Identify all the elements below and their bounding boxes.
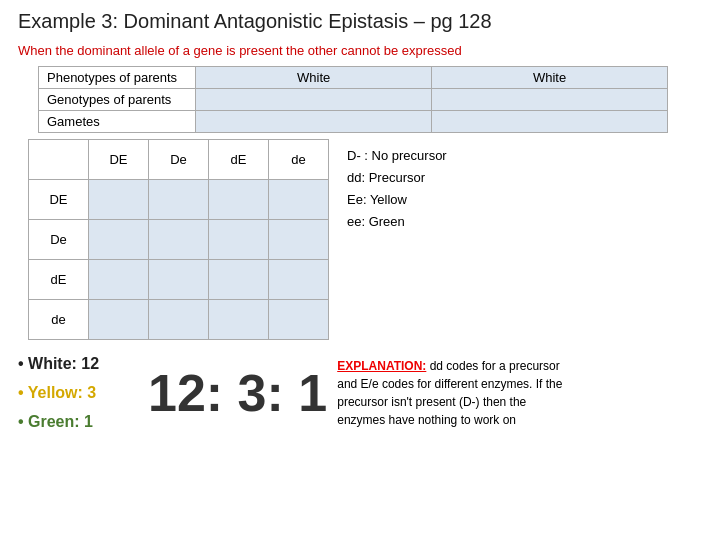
bullet-yellow: • Yellow: 3 — [18, 379, 138, 408]
explanation-label: EXPLANATION: — [337, 359, 426, 373]
punnett-col-header-1: DE — [89, 140, 149, 180]
punnett-table: DE De dE de DE De dE de — [28, 139, 329, 340]
bullet-white: • White: 12 — [18, 350, 138, 379]
punnett-cell — [269, 260, 329, 300]
punnett-row-header-4: de — [29, 300, 89, 340]
gametes-col1 — [196, 111, 432, 133]
table-row: Gametes — [39, 111, 668, 133]
ratio-display: 12: 3: 1 — [148, 363, 327, 423]
punnett-cell — [149, 300, 209, 340]
punnett-cell — [149, 260, 209, 300]
legend-line-1: D- : No precursor — [347, 145, 447, 167]
punnett-cell — [209, 220, 269, 260]
punnett-cell — [89, 180, 149, 220]
punnett-cell — [209, 180, 269, 220]
legend-line-3: Ee: Yellow — [347, 189, 447, 211]
bullet-green: • Green: 1 — [18, 408, 138, 437]
gametes-col2 — [432, 111, 668, 133]
phenotype-white-1: White — [196, 67, 432, 89]
punnett-col-header-3: dE — [209, 140, 269, 180]
punnett-cell — [269, 300, 329, 340]
subtitle: When the dominant allele of a gene is pr… — [18, 43, 702, 58]
punnett-cell — [89, 220, 149, 260]
table-row: Phenotypes of parents White White — [39, 67, 668, 89]
punnett-header-row: DE De dE de — [29, 140, 329, 180]
punnett-cell — [269, 220, 329, 260]
punnett-row-2: De — [29, 220, 329, 260]
page-title: Example 3: Dominant Antagonistic Epistas… — [18, 10, 702, 33]
punnett-cell — [89, 300, 149, 340]
punnett-row-header-1: DE — [29, 180, 89, 220]
punnett-col-header-2: De — [149, 140, 209, 180]
genotype-col1 — [196, 89, 432, 111]
punnett-row-1: DE — [29, 180, 329, 220]
punnett-col-header-4: de — [269, 140, 329, 180]
explanation-text: EXPLANATION: dd codes for a precursor an… — [337, 357, 577, 429]
punnett-row-3: dE — [29, 260, 329, 300]
phenotype-white-2: White — [432, 67, 668, 89]
punnett-row-4: de — [29, 300, 329, 340]
bottom-section: • White: 12 • Yellow: 3 • Green: 1 12: 3… — [18, 350, 702, 436]
gametes-label: Gametes — [39, 111, 196, 133]
legend: D- : No precursor dd: Precursor Ee: Yell… — [347, 145, 447, 233]
genotype-col2 — [432, 89, 668, 111]
bullet-list: • White: 12 • Yellow: 3 • Green: 1 — [18, 350, 138, 436]
punnett-cell — [149, 180, 209, 220]
table-row: Genotypes of parents — [39, 89, 668, 111]
punnett-cell — [269, 180, 329, 220]
punnett-wrapper: DE De dE de DE De dE de — [28, 139, 702, 340]
legend-line-4: ee: Green — [347, 211, 447, 233]
top-table: Phenotypes of parents White White Genoty… — [38, 66, 668, 133]
punnett-cell — [209, 300, 269, 340]
punnett-cell — [89, 260, 149, 300]
punnett-corner — [29, 140, 89, 180]
punnett-row-header-3: dE — [29, 260, 89, 300]
phenotypes-label: Phenotypes of parents — [39, 67, 196, 89]
punnett-cell — [149, 220, 209, 260]
punnett-cell — [209, 260, 269, 300]
punnett-row-header-2: De — [29, 220, 89, 260]
legend-line-2: dd: Precursor — [347, 167, 447, 189]
genotypes-label: Genotypes of parents — [39, 89, 196, 111]
